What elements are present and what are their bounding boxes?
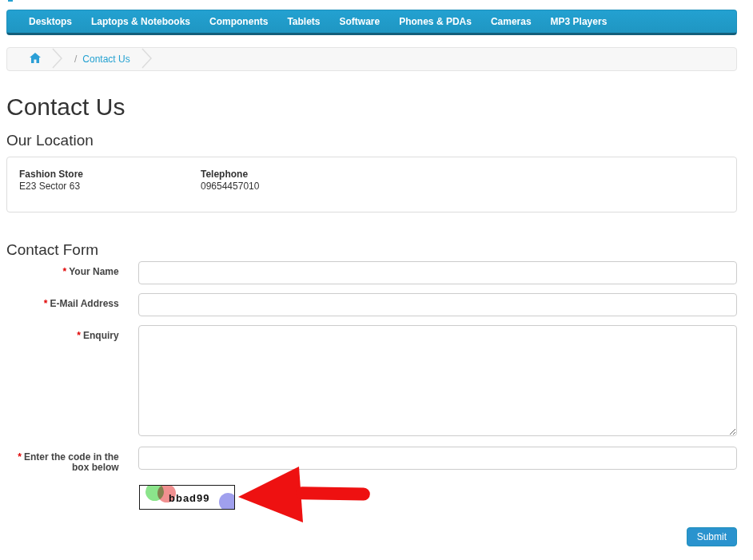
breadcrumb: / Contact Us: [6, 47, 737, 71]
captcha-row: bbad99: [6, 485, 737, 510]
captcha-label: *Enter the code in the box below: [6, 447, 119, 473]
email-label: *E-Mail Address: [6, 293, 119, 316]
captcha-purple-circle: [219, 493, 235, 510]
captcha-spacer: [6, 485, 139, 510]
store-address: E23 Sector 63: [19, 181, 201, 193]
chevron-right-icon: [141, 48, 153, 71]
nav-item-components[interactable]: Components: [200, 10, 277, 33]
enquiry-textarea[interactable]: [138, 325, 737, 436]
required-marker: *: [77, 330, 81, 341]
enquiry-label: *Enquiry: [6, 325, 119, 436]
required-marker: *: [63, 266, 67, 277]
page-title: Contact Us: [6, 93, 737, 120]
nav-item-tablets[interactable]: Tablets: [277, 10, 329, 33]
home-icon: [30, 53, 41, 66]
store-name: Fashion Store: [19, 169, 201, 181]
nav-item-software[interactable]: Software: [330, 10, 390, 33]
name-field-row: *Your Name: [6, 261, 737, 284]
captcha-image: bbad99: [139, 485, 235, 510]
contact-form-heading: Contact Form: [6, 241, 737, 259]
captcha-field-row: *Enter the code in the box below: [6, 447, 737, 473]
submit-row: Submit: [6, 527, 737, 546]
breadcrumb-home-link[interactable]: [30, 53, 41, 66]
breadcrumb-separator: /: [74, 54, 77, 65]
name-label: *Your Name: [6, 261, 119, 284]
required-marker: *: [18, 451, 22, 463]
breadcrumb-contact-us-link[interactable]: Contact Us: [82, 54, 129, 65]
clipped-header-fragment: [8, 0, 13, 2]
main-menu: Desktops Laptops & Notebooks Components …: [6, 10, 737, 35]
telephone-label: Telephone: [201, 169, 259, 181]
nav-item-laptops[interactable]: Laptops & Notebooks: [82, 10, 200, 33]
page-container: Desktops Laptops & Notebooks Components …: [6, 10, 737, 546]
email-input[interactable]: [138, 293, 737, 316]
captcha-input[interactable]: [138, 447, 737, 470]
enquiry-field-row: *Enquiry: [6, 325, 737, 436]
name-input[interactable]: [138, 261, 737, 284]
telephone-number: 09654457010: [201, 181, 259, 193]
location-panel: Fashion Store E23 Sector 63 Telephone 09…: [6, 157, 737, 212]
location-address-column: Fashion Store E23 Sector 63: [19, 169, 201, 201]
nav-item-mp3[interactable]: MP3 Players: [541, 10, 617, 33]
captcha-code-text: bbad99: [169, 492, 210, 504]
location-heading: Our Location: [6, 132, 737, 149]
nav-item-cameras[interactable]: Cameras: [481, 10, 541, 33]
submit-button[interactable]: Submit: [687, 527, 737, 546]
email-field-row: *E-Mail Address: [6, 293, 737, 316]
contact-form: *Your Name *E-Mail Address *Enquiry *Ent…: [6, 261, 737, 546]
chevron-right-icon: [52, 48, 63, 71]
nav-item-phones[interactable]: Phones & PDAs: [389, 10, 481, 33]
nav-item-desktops[interactable]: Desktops: [19, 10, 82, 33]
required-marker: *: [44, 298, 48, 309]
location-telephone-column: Telephone 09654457010: [201, 169, 259, 201]
